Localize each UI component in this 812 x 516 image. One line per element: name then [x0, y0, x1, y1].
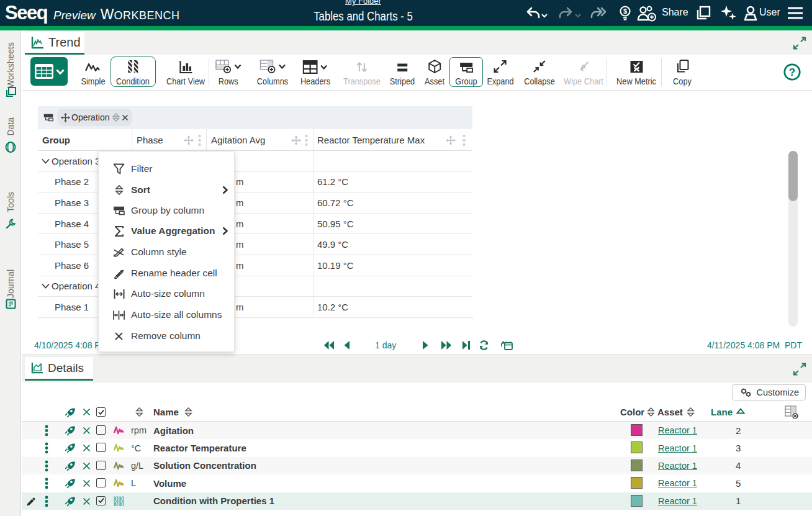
- svg-text:$: $: [623, 7, 627, 15]
- svg-text:?: ?: [789, 66, 795, 78]
